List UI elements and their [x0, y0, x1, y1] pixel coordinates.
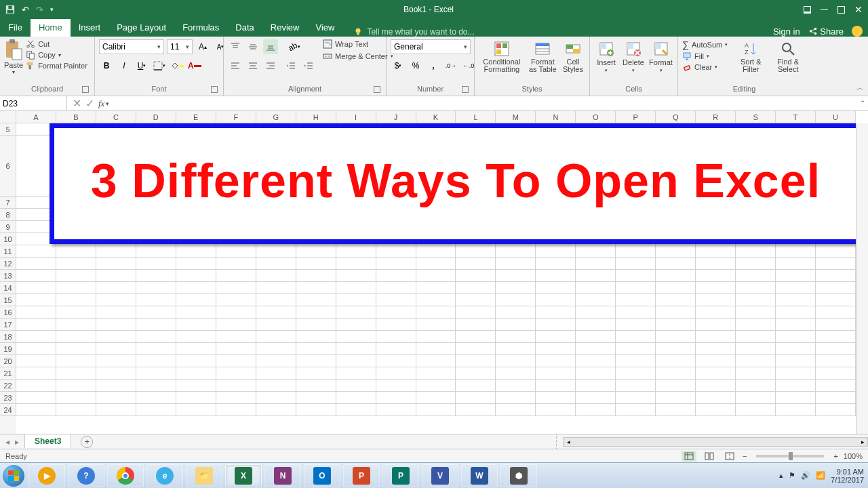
increase-decimal-button[interactable]: .0→	[443, 58, 458, 73]
clear-button[interactable]: Clear ▾	[682, 62, 728, 72]
cell[interactable]	[16, 258, 56, 270]
cell[interactable]	[176, 282, 216, 294]
cell[interactable]	[296, 282, 336, 294]
cell[interactable]	[496, 306, 536, 319]
cell[interactable]	[736, 282, 776, 294]
close-button[interactable]: ✕	[854, 5, 863, 14]
cell[interactable]	[96, 343, 136, 355]
cell[interactable]	[736, 355, 776, 367]
cell[interactable]	[416, 306, 456, 319]
format-as-table-button[interactable]: Format as Table	[526, 39, 559, 75]
cell[interactable]	[496, 331, 536, 343]
cell[interactable]	[576, 258, 616, 270]
cell[interactable]	[816, 404, 856, 416]
column-header[interactable]: U	[816, 111, 856, 123]
cell[interactable]	[56, 367, 96, 380]
cell[interactable]	[56, 331, 96, 343]
cell[interactable]	[616, 294, 656, 306]
cell[interactable]	[176, 258, 216, 270]
row-header[interactable]: 16	[0, 306, 16, 319]
page-break-view-button[interactable]	[722, 451, 737, 462]
cell[interactable]	[816, 343, 856, 355]
column-header[interactable]: R	[696, 111, 736, 123]
cell[interactable]	[56, 343, 96, 355]
taskbar-help[interactable]: ?	[68, 464, 104, 487]
cell[interactable]	[456, 380, 496, 392]
cell[interactable]	[296, 367, 336, 380]
cell[interactable]	[376, 392, 416, 404]
cell[interactable]	[176, 355, 216, 367]
row-header[interactable]: 11	[0, 245, 16, 258]
cell[interactable]	[96, 306, 136, 319]
cell[interactable]	[776, 367, 816, 380]
undo-icon[interactable]: ↶	[22, 5, 29, 15]
cell[interactable]	[496, 282, 536, 294]
cell[interactable]	[376, 294, 416, 306]
row-header[interactable]: 21	[0, 367, 16, 380]
formula-input[interactable]	[110, 96, 857, 110]
cell-styles-button[interactable]: Cell Styles	[561, 39, 585, 75]
taskbar-excel[interactable]: X	[225, 464, 262, 487]
row-header[interactable]: 24	[0, 404, 16, 416]
cell[interactable]	[16, 245, 56, 258]
cell[interactable]	[96, 380, 136, 392]
taskbar-app[interactable]: ⬢	[500, 464, 537, 487]
cell[interactable]	[136, 355, 176, 367]
number-format-select[interactable]: General▾	[391, 39, 471, 54]
paste-button[interactable]: Paste ▾	[4, 39, 23, 75]
column-header[interactable]: P	[616, 111, 656, 123]
cell[interactable]	[136, 367, 176, 380]
cell[interactable]	[656, 331, 696, 343]
cell[interactable]	[776, 331, 816, 343]
cell[interactable]	[56, 355, 96, 367]
column-header[interactable]: B	[56, 111, 96, 123]
cell[interactable]	[336, 282, 376, 294]
cell[interactable]	[376, 380, 416, 392]
collapse-ribbon-button[interactable]: ︿	[856, 83, 864, 93]
cell[interactable]	[136, 282, 176, 294]
column-header[interactable]: F	[216, 111, 256, 123]
cell[interactable]	[816, 367, 856, 380]
cell[interactable]	[616, 392, 656, 404]
cell[interactable]	[576, 270, 616, 282]
cell[interactable]	[296, 404, 336, 416]
cell[interactable]	[576, 367, 616, 380]
cell[interactable]	[616, 380, 656, 392]
horizontal-scrollbar[interactable]: ◂▸	[563, 437, 868, 447]
tray-volume-icon[interactable]: 🔊	[801, 471, 810, 480]
cell[interactable]	[576, 380, 616, 392]
save-icon[interactable]	[5, 5, 15, 14]
tab-file[interactable]: File	[0, 19, 31, 37]
alignment-launcher[interactable]	[374, 86, 380, 93]
merge-center-button[interactable]: Merge & Center ▾	[323, 52, 393, 61]
font-size-select[interactable]: 11▾	[167, 39, 193, 54]
sort-filter-button[interactable]: AZSort & Filter	[734, 39, 767, 75]
cell[interactable]	[336, 343, 376, 355]
tab-formulas[interactable]: Formulas	[174, 19, 227, 37]
cell[interactable]	[776, 306, 816, 319]
cell[interactable]	[296, 258, 336, 270]
column-header[interactable]: A	[16, 111, 56, 123]
cell[interactable]	[496, 270, 536, 282]
cell[interactable]	[696, 282, 736, 294]
cell[interactable]	[656, 355, 696, 367]
column-header[interactable]: I	[336, 111, 376, 123]
cell[interactable]	[696, 294, 736, 306]
tray-network-icon[interactable]: 📶	[816, 471, 825, 480]
tab-review[interactable]: Review	[262, 19, 308, 37]
cell[interactable]	[496, 392, 536, 404]
zoom-out-button[interactable]: −	[743, 452, 747, 460]
row-header[interactable]: 23	[0, 392, 16, 404]
cell[interactable]	[696, 404, 736, 416]
cell[interactable]	[616, 367, 656, 380]
wrap-text-button[interactable]: Wrap Text	[323, 39, 393, 49]
cell[interactable]	[536, 404, 576, 416]
sheet-nav-next[interactable]: ▸	[15, 437, 19, 447]
cell[interactable]	[256, 319, 296, 331]
cell[interactable]	[736, 245, 776, 258]
cell[interactable]	[536, 245, 576, 258]
column-header[interactable]: D	[136, 111, 176, 123]
cell[interactable]	[816, 282, 856, 294]
find-select-button[interactable]: Find & Select	[770, 39, 806, 75]
row-header[interactable]: 20	[0, 355, 16, 367]
